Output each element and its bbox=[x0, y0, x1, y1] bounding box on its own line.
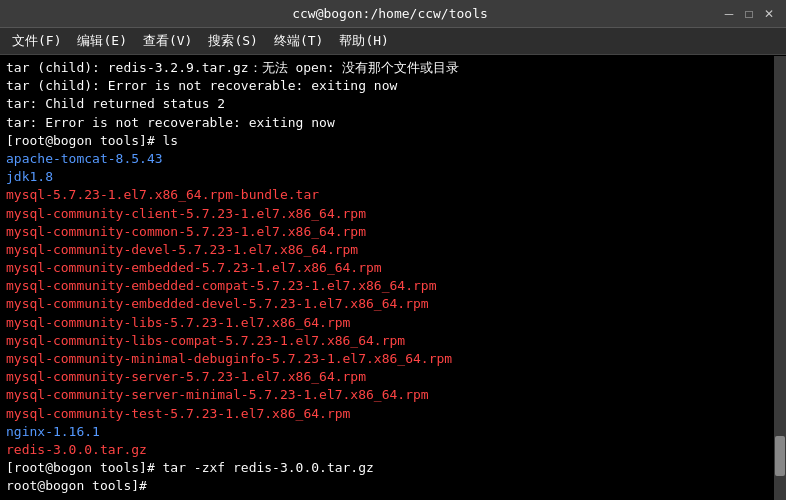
terminal-line: mysql-community-common-5.7.23-1.el7.x86_… bbox=[6, 223, 780, 241]
menu-item[interactable]: 帮助(H) bbox=[331, 30, 396, 52]
terminal-line: [root@bogon tools]# ls bbox=[6, 132, 780, 150]
terminal-line: mysql-community-libs-5.7.23-1.el7.x86_64… bbox=[6, 314, 780, 332]
terminal-window: ccw@bogon:/home/ccw/tools ─ □ ✕ 文件(F)编辑(… bbox=[0, 0, 786, 500]
terminal-line: tar (child): Error is not recoverable: e… bbox=[6, 77, 780, 95]
terminal-line: mysql-community-minimal-debuginfo-5.7.23… bbox=[6, 350, 780, 368]
terminal-line: mysql-community-embedded-devel-5.7.23-1.… bbox=[6, 295, 780, 313]
scrollbar[interactable] bbox=[774, 56, 786, 500]
terminal-line: [root@bogon tools]# tar -zxf redis-3.0.0… bbox=[6, 459, 780, 477]
terminal-line: tar: Child returned status 2 bbox=[6, 95, 780, 113]
terminal-line: root@bogon tools]# bbox=[6, 477, 780, 495]
terminal-line: nginx-1.16.1 bbox=[6, 423, 780, 441]
terminal-line: jdk1.8 bbox=[6, 168, 780, 186]
terminal-body[interactable]: tar (child): redis-3.2.9.tar.gz：无法 open:… bbox=[0, 55, 786, 500]
minimize-button[interactable]: ─ bbox=[720, 5, 738, 23]
menu-item[interactable]: 终端(T) bbox=[266, 30, 331, 52]
maximize-button[interactable]: □ bbox=[740, 5, 758, 23]
terminal-line: mysql-community-server-5.7.23-1.el7.x86_… bbox=[6, 368, 780, 386]
terminal-line: mysql-community-libs-compat-5.7.23-1.el7… bbox=[6, 332, 780, 350]
title-bar: ccw@bogon:/home/ccw/tools ─ □ ✕ bbox=[0, 0, 786, 28]
menu-item[interactable]: 查看(V) bbox=[135, 30, 200, 52]
terminal-line: mysql-community-embedded-compat-5.7.23-1… bbox=[6, 277, 780, 295]
terminal-line: tar: Error is not recoverable: exiting n… bbox=[6, 114, 780, 132]
menu-item[interactable]: 搜索(S) bbox=[200, 30, 265, 52]
terminal-line: apache-tomcat-8.5.43 bbox=[6, 150, 780, 168]
terminal-line: mysql-community-embedded-5.7.23-1.el7.x8… bbox=[6, 259, 780, 277]
terminal-line: mysql-community-server-minimal-5.7.23-1.… bbox=[6, 386, 780, 404]
window-controls: ─ □ ✕ bbox=[720, 5, 786, 23]
terminal-line: tar (child): redis-3.2.9.tar.gz：无法 open:… bbox=[6, 59, 780, 77]
terminal-line: mysql-5.7.23-1.el7.x86_64.rpm-bundle.tar bbox=[6, 186, 780, 204]
terminal-line: mysql-community-client-5.7.23-1.el7.x86_… bbox=[6, 205, 780, 223]
window-title: ccw@bogon:/home/ccw/tools bbox=[60, 6, 720, 21]
menu-bar: 文件(F)编辑(E)查看(V)搜索(S)终端(T)帮助(H) bbox=[0, 28, 786, 55]
menu-item[interactable]: 文件(F) bbox=[4, 30, 69, 52]
terminal-line: mysql-community-test-5.7.23-1.el7.x86_64… bbox=[6, 405, 780, 423]
terminal-line: redis-3.0.0.tar.gz bbox=[6, 441, 780, 459]
close-button[interactable]: ✕ bbox=[760, 5, 778, 23]
terminal-line: mysql-community-devel-5.7.23-1.el7.x86_6… bbox=[6, 241, 780, 259]
menu-item[interactable]: 编辑(E) bbox=[69, 30, 134, 52]
scroll-thumb[interactable] bbox=[775, 436, 785, 476]
